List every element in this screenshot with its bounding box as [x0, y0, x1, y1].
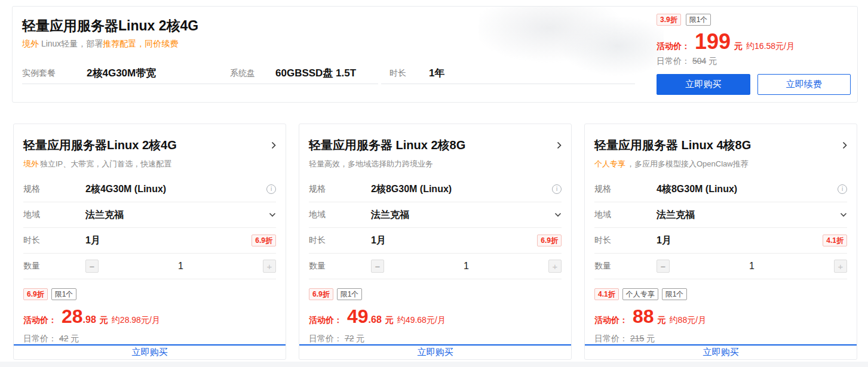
info-icon[interactable]: i — [838, 184, 847, 194]
featured-desc-plain: Linux轻量，部署 — [41, 39, 103, 48]
region-value: 法兰克福 — [371, 209, 409, 221]
daily-price-amount: 215 — [630, 334, 644, 343]
field-label: 系统盘 — [230, 68, 275, 79]
quantity-input[interactable]: 1 — [670, 261, 834, 272]
chevron-right-icon[interactable] — [842, 141, 847, 149]
info-icon[interactable]: i — [552, 184, 562, 194]
featured-field-disk: 系统盘 60GBSSD盘 1.5T — [222, 63, 378, 84]
region-label: 地域 — [23, 209, 85, 220]
price-unit: 元 — [100, 315, 108, 326]
daily-price-amount: 504 — [692, 56, 706, 66]
daily-price-unit: 元 — [70, 334, 79, 343]
spec-row: 规格 4核8G30M (Linux) i — [594, 177, 847, 202]
card-title: 轻量应用服务器 Linux 4核8G — [594, 137, 751, 153]
limit-badge: 限1个 — [51, 288, 77, 300]
discount-badge: 6.9折 — [309, 288, 333, 300]
chevron-down-icon[interactable] — [269, 212, 276, 217]
chevron-right-icon[interactable] — [557, 141, 562, 149]
limit-badge: 限1个 — [662, 288, 688, 300]
card-desc-text: ，多应用多模型接入OpenClaw推荐 — [627, 159, 749, 168]
page-bottom-strip — [0, 362, 868, 367]
featured-title: 轻量应用服务器Linux 2核4G — [22, 17, 198, 35]
quantity-minus-button[interactable]: − — [657, 260, 670, 273]
price-amount: 28 — [62, 307, 83, 326]
renew-now-button[interactable]: 立即续费 — [757, 74, 851, 95]
quantity-input[interactable]: 1 — [384, 261, 548, 272]
quantity-plus-button[interactable]: + — [548, 260, 562, 273]
quantity-plus-button[interactable]: + — [834, 260, 847, 273]
card-badges: 6.9折 限1个 — [14, 279, 286, 300]
card-description: 个人专享，多应用多模型接入OpenClaw推荐 — [594, 159, 847, 169]
card-desc-text: 轻量高效，多地域选择助力跨境业务 — [309, 159, 433, 168]
chevron-down-icon[interactable] — [554, 212, 562, 217]
limit-badge: 限1个 — [686, 14, 711, 26]
field-value: 1年 — [429, 66, 444, 80]
buy-now-button[interactable]: 立即购买 — [657, 74, 750, 95]
daily-price-label: 日常价： — [594, 334, 628, 343]
price-monthly-approx: 约28.98元/月 — [112, 315, 160, 326]
price-unit: 元 — [658, 315, 666, 326]
region-value: 法兰克福 — [657, 209, 695, 221]
region-label: 地域 — [309, 209, 371, 220]
info-icon[interactable]: i — [266, 184, 276, 194]
product-cards-row: 轻量应用服务器Linux 2核4G 境外独立IP、大带宽，入门首选，快速配置 规… — [13, 124, 857, 360]
buy-now-button[interactable]: 立即购买 — [299, 344, 571, 359]
daily-price-label: 日常价： — [309, 334, 342, 343]
spec-label: 规格 — [594, 184, 657, 195]
price-label: 活动价： — [594, 315, 628, 326]
featured-field-duration: 时长 1年 — [381, 63, 635, 84]
quantity-input[interactable]: 1 — [99, 261, 263, 272]
featured-product-card: 轻量应用服务器Linux 2核4G 境外 Linux轻量，部署推荐配置，同价续费… — [12, 6, 858, 103]
duration-value: 1月 — [371, 235, 386, 247]
duration-discount-badge: 6.9折 — [537, 235, 562, 246]
quantity-row: 数量 − 1 + — [309, 254, 562, 279]
card-description: 境外独立IP、大带宽，入门首选，快速配置 — [23, 159, 276, 169]
discount-badge: 3.9折 — [657, 14, 681, 26]
quantity-label: 数量 — [309, 261, 371, 272]
quantity-plus-button[interactable]: + — [263, 260, 276, 273]
region-value: 法兰克福 — [85, 209, 124, 221]
duration-discount-badge: 6.9折 — [251, 235, 276, 246]
duration-row: 时长 1月 6.9折 — [309, 228, 562, 254]
daily-price-label: 日常价： — [657, 56, 690, 66]
discount-badge: 6.9折 — [23, 288, 48, 300]
duration-row: 时长 1月 4.1折 — [594, 228, 847, 254]
card-title: 轻量应用服务器Linux 2核4G — [23, 137, 177, 153]
duration-discount-badge: 4.1折 — [823, 235, 847, 246]
buy-now-button[interactable]: 立即购买 — [14, 344, 286, 359]
card-description: 轻量高效，多地域选择助力跨境业务 — [309, 159, 562, 169]
region-row[interactable]: 地域 法兰克福 — [594, 202, 847, 228]
buy-now-button[interactable]: 立即购买 — [585, 344, 857, 359]
limit-badge: 限1个 — [337, 288, 363, 300]
personal-badge: 个人专享 — [622, 288, 658, 300]
price-monthly-approx: 约88元/月 — [670, 315, 706, 326]
card-title: 轻量应用服务器 Linux 2核8G — [309, 137, 465, 153]
daily-price-amount: 72 — [345, 334, 354, 343]
field-value: 2核4G30M带宽 — [87, 66, 156, 80]
featured-field-package: 实例套餐 2核4G30M带宽 — [22, 63, 229, 84]
spec-value: 2核8G30M (Linux) — [371, 183, 452, 196]
quantity-minus-button[interactable]: − — [371, 260, 384, 273]
quantity-row: 数量 − 1 + — [23, 254, 276, 279]
price-unit: 元 — [385, 315, 394, 326]
featured-price-block: 3.9折 限1个 活动价： 199 元 约16.58元/月 日常价： 504 元… — [657, 14, 851, 95]
featured-buttons: 立即购买 立即续费 — [657, 74, 851, 95]
price-decimal: .68 — [369, 314, 382, 325]
quantity-minus-button[interactable]: − — [85, 260, 99, 273]
daily-price: 日常价： 215 元 — [585, 329, 857, 344]
duration-label: 时长 — [23, 235, 85, 246]
chevron-right-icon[interactable] — [271, 141, 276, 149]
featured-desc-highlight: 推荐配置，同价续费 — [103, 39, 178, 48]
daily-price: 日常价： 72 元 — [299, 329, 571, 344]
price-label: 活动价： — [23, 315, 57, 326]
price-amount: 49 — [347, 307, 369, 326]
chevron-down-icon[interactable] — [840, 212, 847, 217]
duration-label: 时长 — [594, 235, 657, 246]
region-row[interactable]: 地域 法兰克福 — [309, 202, 562, 228]
daily-price-unit: 元 — [708, 56, 717, 66]
region-row[interactable]: 地域 法兰克福 — [23, 202, 276, 228]
spec-label: 规格 — [23, 184, 85, 195]
spec-value: 2核4G30M (Linux) — [85, 183, 166, 196]
featured-daily-price: 日常价： 504 元 — [657, 56, 851, 67]
field-label: 时长 — [389, 68, 429, 79]
